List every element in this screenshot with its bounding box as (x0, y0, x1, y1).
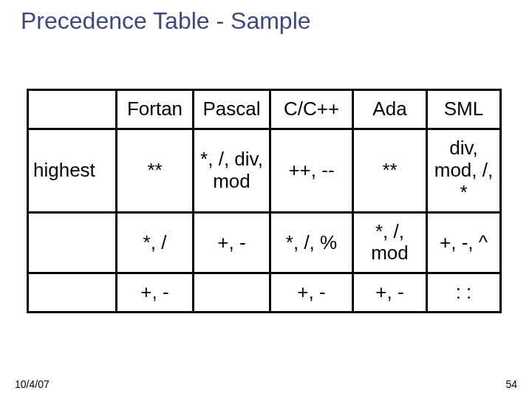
cell: +, -, ^ (427, 212, 501, 273)
cell: +, - (270, 273, 353, 313)
table-row: *, / +, - *, /, % *, /, mod +, -, ^ (28, 212, 501, 273)
header-blank (28, 90, 117, 129)
cell: +, - (117, 273, 194, 313)
table-row: highest ** *, /, div, mod ++, -- ** div,… (28, 129, 501, 212)
row-label: highest (28, 129, 117, 212)
cell: *, /, mod (353, 212, 427, 273)
cell: ** (117, 129, 194, 212)
cell: ** (353, 129, 427, 212)
cell: ++, -- (270, 129, 353, 212)
page-title: Precedence Table - Sample (21, 7, 311, 35)
header-pascal: Pascal (194, 90, 270, 129)
cell: : : (427, 273, 501, 313)
header-sml: SML (427, 90, 501, 129)
header-ccpp: C/C++ (270, 90, 353, 129)
cell: +, - (194, 212, 270, 273)
row-label (28, 273, 117, 313)
cell: +, - (353, 273, 427, 313)
table-header-row: Fortan Pascal C/C++ Ada SML (28, 90, 501, 129)
row-label (28, 212, 117, 273)
table-row: +, - +, - +, - : : (28, 273, 501, 313)
cell: *, /, div, mod (194, 129, 270, 212)
slide: Precedence Table - Sample Fortan Pascal … (0, 0, 532, 399)
precedence-table: Fortan Pascal C/C++ Ada SML highest ** *… (27, 89, 499, 313)
cell: div, mod, /, * (427, 129, 501, 212)
cell: *, /, % (270, 212, 353, 273)
cell: *, / (117, 212, 194, 273)
header-fortran: Fortan (117, 90, 194, 129)
footer-date: 10/4/07 (15, 378, 50, 390)
header-ada: Ada (353, 90, 427, 129)
footer-page: 54 (505, 378, 517, 390)
cell (194, 273, 270, 313)
